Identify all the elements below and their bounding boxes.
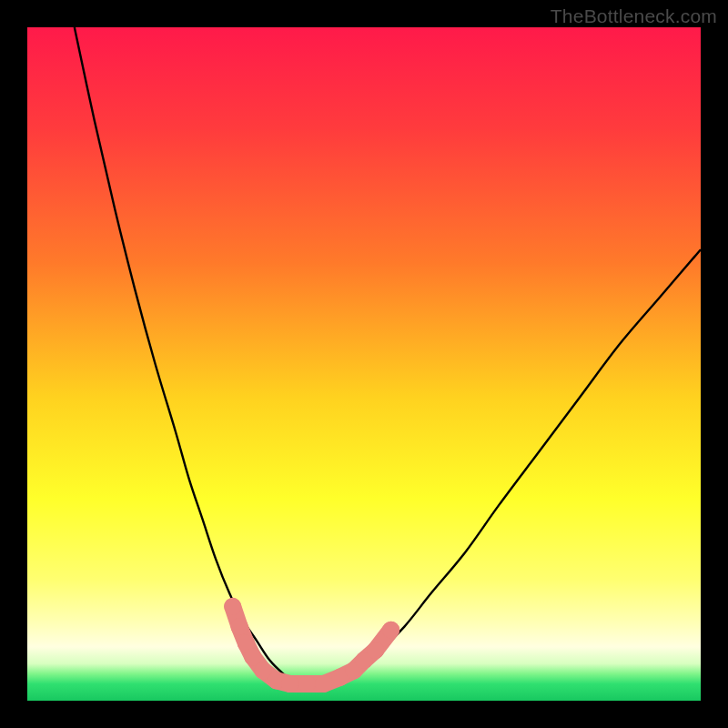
- curve-marker: [367, 642, 384, 659]
- plot-area: [27, 27, 701, 701]
- chart-frame: TheBottleneck.com: [0, 0, 728, 728]
- curve-markers: [224, 598, 399, 693]
- watermark-text: TheBottleneck.com: [551, 5, 717, 27]
- curve-marker: [298, 675, 316, 693]
- curve-marker: [382, 622, 399, 639]
- curve-marker: [315, 675, 332, 693]
- curve-marker: [231, 618, 248, 635]
- curve-marker: [281, 675, 298, 693]
- chart-curves: [27, 27, 701, 701]
- bottleneck-curve: [75, 27, 701, 685]
- curve-marker: [224, 598, 241, 615]
